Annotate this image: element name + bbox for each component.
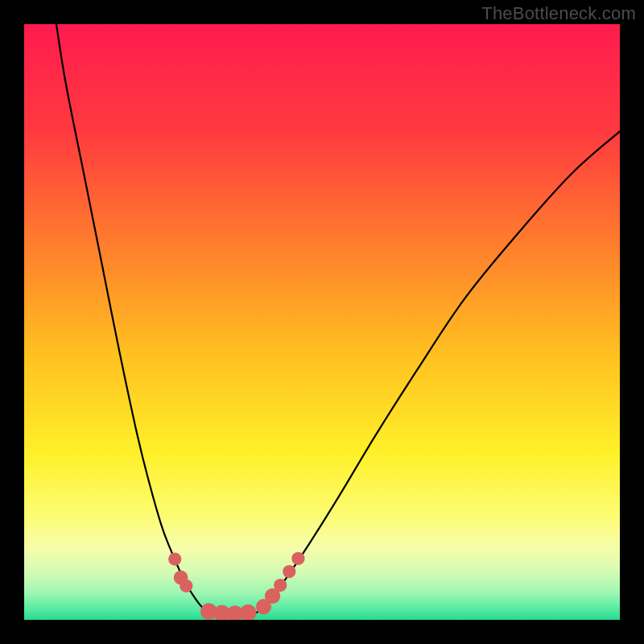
plot-svg: [24, 24, 620, 620]
watermark-text: TheBottleneck.com: [481, 3, 636, 24]
plot-area: [24, 24, 620, 620]
bead-marker: [283, 565, 295, 578]
chart-frame: TheBottleneck.com: [0, 0, 644, 644]
bead-marker: [291, 552, 304, 565]
bead-marker: [168, 552, 181, 565]
bead-marker: [180, 580, 192, 592]
bead-marker: [274, 579, 287, 592]
